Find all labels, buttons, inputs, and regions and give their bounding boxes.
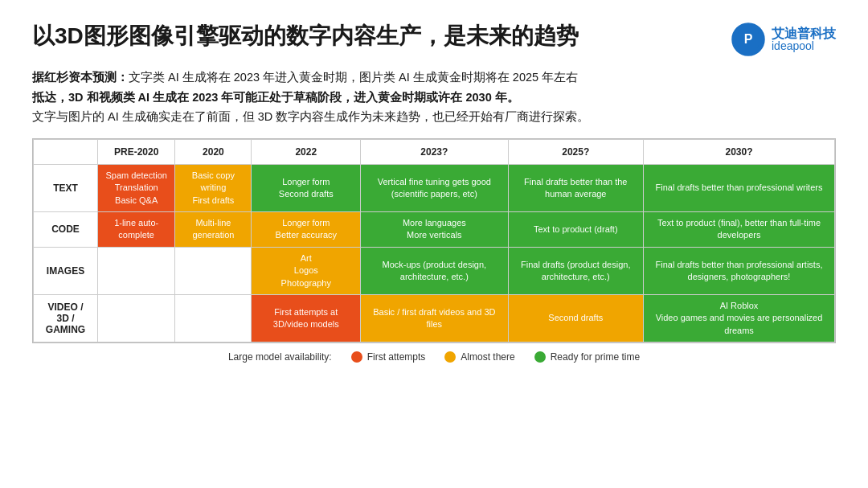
table-cell-row3-col3: Basic / first draft videos and 3D files [361, 295, 508, 342]
table-header-row: PRE-2020 2020 2022 2023? 2025? 2030? [34, 139, 835, 164]
row-label-text: TEXT [34, 164, 98, 211]
table-row: TEXTSpam detection Translation Basic Q&A… [34, 164, 835, 211]
table-cell-row3-col0 [98, 295, 175, 342]
table-cell-row0-col2: Longer form Second drafts [252, 164, 361, 211]
table-cell-row0-col4: Final drafts better than the human avera… [508, 164, 643, 211]
table-cell-row1-col4: Text to product (draft) [508, 212, 643, 248]
subtitle-line1: 据红杉资本预测：文字类 AI 生成将在 2023 年进入黄金时期，图片类 AI … [32, 68, 836, 88]
table-cell-row2-col2: Art Logos Photography [252, 247, 361, 294]
table-cell-row3-col5: AI Roblox Video games and movies are per… [644, 295, 835, 342]
legend-dot-green [534, 351, 546, 363]
subtitle-prefix: 据红杉资本预测： [32, 71, 129, 84]
header-row: 以3D图形图像引擎驱动的数字内容生产，是未来的趋势 i P 艾迪普科技 idea… [32, 23, 836, 56]
ideapool-icon: i P [731, 23, 765, 56]
table-cell-row2-col0 [98, 247, 175, 294]
table-cell-row2-col1 [175, 247, 252, 294]
logo-sub: ideapool [772, 40, 814, 52]
col-header-2020: 2020 [175, 139, 252, 164]
table-cell-row2-col4: Final drafts (product design, architectu… [508, 247, 643, 294]
logo-name: 艾迪普科技 [772, 27, 836, 41]
legend-item-ready: Ready for prime time [534, 351, 640, 363]
legend-dot-orange [444, 351, 456, 363]
table-cell-row0-col3: Vertical fine tuning gets good (scientif… [361, 164, 508, 211]
subtitle-line3: 文字与图片的 AI 生成确实走在了前面，但 3D 数字内容生成作为未来趋势，也已… [32, 107, 836, 127]
table-cell-row1-col2: Longer form Better accuracy [252, 212, 361, 248]
table-cell-row1-col0: 1-line auto-complete [98, 212, 175, 248]
legend-label-first: First attempts [367, 351, 426, 363]
row-label-video-/-3d-/-gaming: VIDEO / 3D / GAMING [34, 295, 98, 342]
legend-label-almost: Almost there [461, 351, 514, 363]
subtitle-line2: 抵达，3D 和视频类 AI 生成在 2023 年可能正处于草稿阶段，进入黄金时期… [32, 88, 836, 108]
legend-item-first: First attempts [351, 351, 426, 363]
table-cell-row3-col2: First attempts at 3D/video models [252, 295, 361, 342]
table-cell-row3-col1 [175, 295, 252, 342]
row-label-images: IMAGES [34, 247, 98, 294]
subtitle-block: 据红杉资本预测：文字类 AI 生成将在 2023 年进入黄金时期，图片类 AI … [32, 68, 836, 127]
table-cell-row1-col3: More languages More verticals [361, 212, 508, 248]
table-cell-row0-col0: Spam detection Translation Basic Q&A [98, 164, 175, 211]
table-cell-row2-col5: Final drafts better than professional ar… [644, 247, 835, 294]
ai-progress-table: PRE-2020 2020 2022 2023? 2025? 2030? TEX… [32, 138, 836, 343]
col-header-empty [34, 139, 98, 164]
table-cell-row3-col4: Second drafts [508, 295, 643, 342]
col-header-2025: 2025? [508, 139, 643, 164]
table-row: IMAGESArt Logos PhotographyMock-ups (pro… [34, 247, 835, 294]
legend-prefix: Large model availability: [228, 351, 332, 363]
legend-row: Large model availability: First attempts… [32, 351, 836, 363]
table-cell-row0-col1: Basic copy writing First drafts [175, 164, 252, 211]
row-label-code: CODE [34, 212, 98, 248]
page: 以3D图形图像引擎驱动的数字内容生产，是未来的趋势 i P 艾迪普科技 idea… [0, 0, 868, 488]
col-header-2030: 2030? [644, 139, 835, 164]
col-header-pre2020: PRE-2020 [98, 139, 175, 164]
svg-text:P: P [744, 32, 753, 46]
table-cell-row1-col5: Text to product (final), better than ful… [644, 212, 835, 248]
subtitle-line1-text: 文字类 AI 生成将在 2023 年进入黄金时期，图片类 AI 生成黄金时期将在… [129, 71, 578, 84]
legend-label-ready: Ready for prime time [551, 351, 640, 363]
table-cell-row1-col1: Multi-line generation [175, 212, 252, 248]
table-row: CODE1-line auto-completeMulti-line gener… [34, 212, 835, 248]
page-title: 以3D图形图像引擎驱动的数字内容生产，是未来的趋势 [32, 23, 715, 50]
legend-dot-red [351, 351, 362, 363]
logo-area: i P 艾迪普科技 ideapool [731, 23, 836, 56]
legend-item-almost: Almost there [444, 351, 514, 363]
col-header-2023: 2023? [361, 139, 508, 164]
logo-text: 艾迪普科技 ideapool [772, 27, 836, 53]
table-cell-row2-col3: Mock-ups (product design, architecture, … [361, 247, 508, 294]
table-row: VIDEO / 3D / GAMINGFirst attempts at 3D/… [34, 295, 835, 342]
table-cell-row0-col5: Final drafts better than professional wr… [644, 164, 835, 211]
col-header-2022: 2022 [252, 139, 361, 164]
